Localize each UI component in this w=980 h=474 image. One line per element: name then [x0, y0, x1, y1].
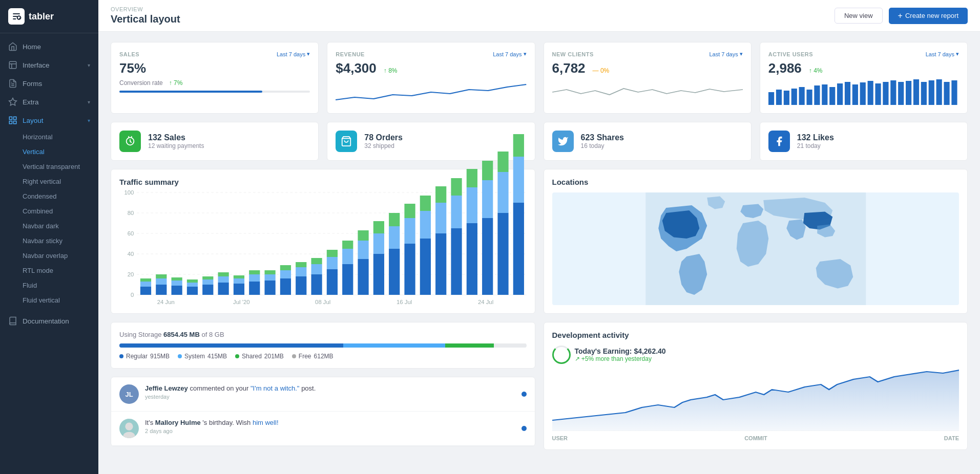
orders-title: 78 Orders	[364, 133, 403, 142]
svg-rect-111	[451, 196, 462, 228]
activity-highlight-1: "I'm not a witch."	[251, 384, 300, 392]
sidebar-sub-vertical-transparent[interactable]: Vertical transparent	[0, 159, 98, 174]
traffic-chart: 100 80 60 40 20 0 24 Jun Jul '20 08 Jul	[119, 192, 527, 295]
svg-rect-119	[497, 213, 508, 295]
svg-rect-24	[883, 82, 888, 105]
svg-rect-76	[264, 270, 275, 274]
activity-text-2: It's Mallory Hulme 's birthday. Wish him…	[145, 419, 279, 426]
chevron-down-icon: ▾	[88, 99, 90, 105]
sidebar-sub-condensed[interactable]: Condensed	[0, 189, 98, 204]
sidebar-sub-fluid[interactable]: Fluid	[0, 278, 98, 293]
stat-period-users[interactable]: Last 7 days ▾	[926, 51, 959, 57]
sidebar-item-forms[interactable]: Forms	[0, 74, 98, 93]
locations-card: Locations	[544, 169, 968, 314]
sidebar-item-layout[interactable]: Layout ▾	[0, 111, 98, 130]
activity-text-1: Jeffie Lewzey commented on your "I'm not…	[145, 384, 316, 392]
storage-legend: Regular 915MB System 415MB Shared 201MB	[119, 353, 527, 360]
svg-rect-32	[944, 82, 949, 105]
svg-text:24 Jul: 24 Jul	[478, 299, 493, 305]
avatar-mh	[119, 419, 139, 438]
sidebar-sub-fluid-vertical[interactable]: Fluid vertical	[0, 293, 98, 308]
book-icon	[8, 316, 17, 326]
svg-rect-121	[497, 152, 508, 172]
stat-card-revenue: REVENUE Last 7 days ▾ $4,300 ↑ 8%	[327, 42, 535, 114]
storage-title: Using Storage 6854.45 MB of 8 GB	[119, 331, 527, 338]
svg-text:16 Jul: 16 Jul	[397, 299, 412, 305]
svg-rect-5	[9, 117, 12, 119]
sidebar-item-documentation[interactable]: Documentation	[0, 312, 98, 330]
stat-period-clients[interactable]: Last 7 days ▾	[709, 51, 742, 57]
forms-icon	[8, 79, 17, 88]
page-content: SALES Last 7 days ▾ 75% Conversion rate …	[98, 32, 980, 474]
sidebar-sub-horizontal[interactable]: Horizontal	[0, 130, 98, 144]
sidebar-sub-navbar-overlap[interactable]: Navbar overlap	[0, 248, 98, 263]
sidebar-item-extra[interactable]: Extra ▾	[0, 93, 98, 111]
stat-card-sales: SALES Last 7 days ▾ 75% Conversion rate …	[111, 42, 319, 114]
create-report-button[interactable]: + Create new report	[889, 8, 968, 24]
svg-rect-57	[172, 281, 182, 286]
sidebar-sub-vertical[interactable]: Vertical	[0, 144, 98, 159]
social-card-sales: 132 Sales 12 waiting payments	[111, 122, 319, 161]
social-card-likes-info: 132 Likes 21 today	[797, 133, 834, 149]
stat-label-sales: SALES	[119, 51, 139, 57]
svg-rect-95	[373, 254, 384, 295]
traffic-summary-card: Traffic summary 100 80 60 40	[111, 169, 535, 314]
shared-dot	[235, 354, 239, 358]
likes-sub: 21 today	[797, 142, 834, 149]
dev-chart	[552, 369, 960, 430]
storage-regular	[119, 343, 343, 348]
svg-rect-117	[482, 180, 493, 218]
progress-bar-sales	[119, 91, 310, 93]
stat-value-revenue: $4,300	[336, 60, 377, 76]
social-card-sales-info: 132 Sales 12 waiting payments	[148, 133, 204, 149]
storage-shared	[445, 343, 494, 348]
svg-rect-15	[814, 85, 820, 105]
sidebar-sub-right-vertical[interactable]: Right vertical	[0, 174, 98, 189]
dev-change: ↗ +5% more than yesterday	[575, 355, 666, 362]
sidebar-item-interface[interactable]: Interface ▾	[0, 56, 98, 74]
svg-rect-6	[14, 117, 16, 119]
svg-rect-91	[342, 241, 353, 249]
svg-rect-97	[373, 221, 384, 233]
svg-text:100: 100	[124, 190, 134, 196]
clients-sparkline	[552, 79, 743, 105]
sidebar-item-home[interactable]: Home	[0, 37, 98, 56]
svg-rect-108	[435, 203, 446, 233]
activity-user-1: Jeffie Lewzey	[145, 384, 188, 392]
svg-rect-122	[513, 203, 524, 295]
svg-rect-30	[928, 80, 934, 105]
activity-item-2: It's Mallory Hulme 's birthday. Wish him…	[111, 412, 535, 446]
sidebar-sub-rtl[interactable]: RTL mode	[0, 263, 98, 278]
svg-rect-8	[9, 121, 12, 124]
svg-rect-65	[218, 283, 229, 295]
svg-rect-73	[249, 270, 260, 274]
svg-rect-58	[172, 277, 182, 281]
svg-rect-23	[875, 83, 881, 105]
svg-rect-80	[296, 276, 306, 295]
svg-text:20: 20	[128, 272, 134, 277]
sidebar-sub-navbar-sticky[interactable]: Navbar sticky	[0, 233, 98, 248]
svg-point-132	[123, 432, 135, 438]
svg-rect-96	[373, 233, 384, 254]
sidebar: tabler Home Interface ▾ Forms Extra	[0, 0, 98, 474]
svg-rect-106	[420, 196, 431, 211]
svg-rect-104	[420, 239, 431, 295]
svg-rect-100	[389, 213, 400, 226]
star-icon	[8, 97, 17, 106]
activity-time-2: 2 days ago	[145, 428, 279, 434]
svg-rect-110	[451, 228, 462, 295]
svg-rect-113	[467, 223, 477, 295]
svg-rect-64	[202, 276, 213, 279]
plus-icon: +	[898, 11, 903, 20]
sidebar-sub-combined[interactable]: Combined	[0, 204, 98, 219]
stat-period-revenue[interactable]: Last 7 days ▾	[493, 51, 526, 57]
stat-period-sales[interactable]: Last 7 days ▾	[277, 51, 310, 57]
new-view-button[interactable]: New view	[835, 8, 883, 24]
breadcrumb: OVERVIEW	[111, 6, 180, 12]
activity-feed: JL Jeffie Lewzey commented on your "I'm …	[111, 377, 535, 446]
orders-sub: 32 shipped	[364, 142, 403, 149]
sales-icon	[119, 131, 141, 152]
logo-text: tabler	[29, 11, 54, 22]
sidebar-sub-navbar-dark[interactable]: Navbar dark	[0, 219, 98, 233]
sidebar-item-label: Interface	[23, 61, 50, 69]
